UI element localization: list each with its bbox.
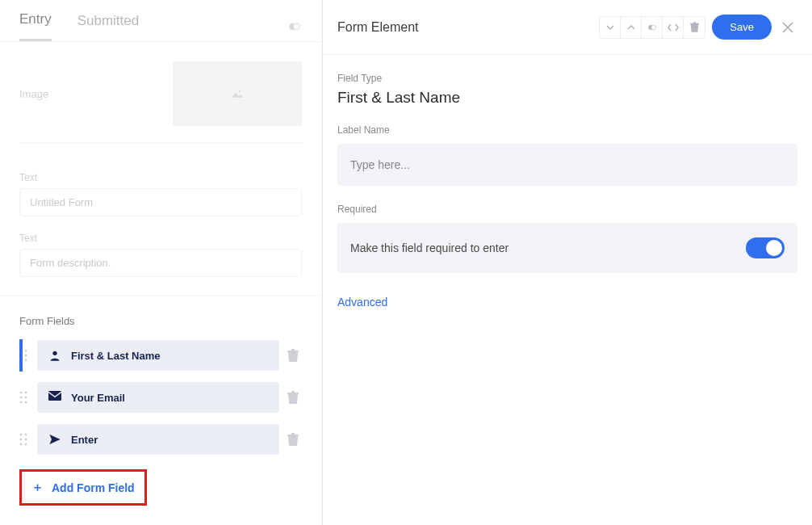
code-icon[interactable] [663, 17, 684, 38]
description-section: Text [0, 216, 322, 296]
svg-point-10 [52, 351, 57, 355]
form-fields-section: Form Fields First & Last Name [0, 296, 322, 506]
label-name-label: Label Name [337, 124, 797, 136]
nav-icon-group [599, 16, 705, 39]
user-icon [48, 349, 61, 362]
envelope-icon [48, 391, 61, 404]
advanced-link[interactable]: Advanced [337, 296, 797, 309]
field-row: Your Email [19, 382, 303, 413]
description-input[interactable] [19, 249, 302, 277]
drag-handle-icon[interactable] [19, 349, 31, 362]
svg-point-25 [651, 25, 656, 30]
image-label: Image [19, 88, 173, 100]
svg-point-6 [20, 355, 23, 357]
field-label: Your Email [71, 392, 125, 404]
field-type-label: Field Type [337, 73, 797, 84]
visibility-icon[interactable] [642, 17, 663, 38]
send-icon [48, 433, 61, 446]
svg-rect-17 [48, 391, 61, 401]
title-label: Text [19, 172, 303, 183]
left-panel: Entry Submitted Image Text Text Form Fie… [0, 0, 323, 525]
svg-point-15 [20, 401, 23, 404]
field-type-value: First & Last Name [337, 89, 797, 107]
svg-point-8 [20, 359, 23, 362]
svg-point-14 [25, 397, 27, 399]
trash-icon[interactable] [287, 391, 299, 404]
form-fields-label: Form Fields [19, 315, 303, 327]
svg-point-23 [25, 443, 27, 446]
image-section: Image [0, 42, 322, 156]
field-enter[interactable]: Enter [37, 424, 279, 455]
theme-icon[interactable] [287, 19, 303, 35]
trash-icon[interactable] [287, 433, 299, 446]
add-field-label: Add Form Field [52, 481, 135, 494]
svg-point-5 [25, 350, 27, 352]
description-label: Text [19, 233, 303, 244]
svg-point-7 [25, 355, 27, 357]
form-element-title: Form Element [337, 20, 418, 35]
svg-point-19 [25, 434, 27, 436]
add-form-field-button[interactable]: ＋ Add Form Field [19, 469, 147, 506]
right-panel: Form Element [323, 0, 812, 525]
right-body: Field Type First & Last Name Label Name … [323, 55, 812, 326]
required-toggle[interactable] [746, 237, 785, 258]
svg-point-1 [293, 23, 299, 29]
trash-icon[interactable] [287, 349, 299, 362]
svg-rect-2 [229, 87, 245, 100]
field-row: Enter [19, 424, 303, 455]
field-label: Enter [71, 434, 98, 446]
save-button[interactable]: Save [712, 15, 772, 40]
field-first-last-name[interactable]: First & Last Name [37, 340, 279, 371]
image-icon [229, 87, 245, 100]
tab-entry[interactable]: Entry [19, 11, 52, 41]
field-row: First & Last Name [19, 340, 303, 371]
svg-point-16 [25, 401, 27, 404]
svg-point-18 [20, 434, 23, 436]
image-placeholder[interactable] [173, 61, 302, 126]
svg-point-22 [20, 443, 23, 446]
svg-point-13 [20, 397, 23, 399]
tab-submitted[interactable]: Submitted [77, 13, 140, 40]
trash-icon[interactable] [684, 17, 705, 38]
title-input[interactable] [19, 188, 302, 216]
svg-point-11 [20, 392, 23, 394]
chevron-up-icon[interactable] [621, 17, 642, 38]
svg-point-9 [25, 359, 27, 362]
svg-point-4 [20, 350, 23, 352]
label-name-input[interactable] [337, 144, 797, 186]
close-icon[interactable] [778, 18, 797, 37]
field-your-email[interactable]: Your Email [37, 382, 279, 413]
required-label: Required [337, 204, 797, 215]
svg-point-12 [25, 392, 27, 394]
required-row: Make this field required to enter [337, 223, 797, 273]
required-text: Make this field required to enter [350, 242, 509, 254]
tabs: Entry Submitted [0, 0, 322, 42]
svg-point-3 [239, 90, 241, 92]
svg-point-21 [25, 439, 27, 441]
drag-handle-icon[interactable] [19, 433, 31, 446]
right-header: Form Element [323, 0, 812, 55]
title-section: Text [0, 156, 322, 216]
chevron-down-icon[interactable] [600, 17, 621, 38]
plus-icon: ＋ [31, 480, 44, 495]
drag-handle-icon[interactable] [19, 391, 31, 404]
svg-point-20 [20, 439, 23, 441]
field-label: First & Last Name [71, 350, 161, 362]
